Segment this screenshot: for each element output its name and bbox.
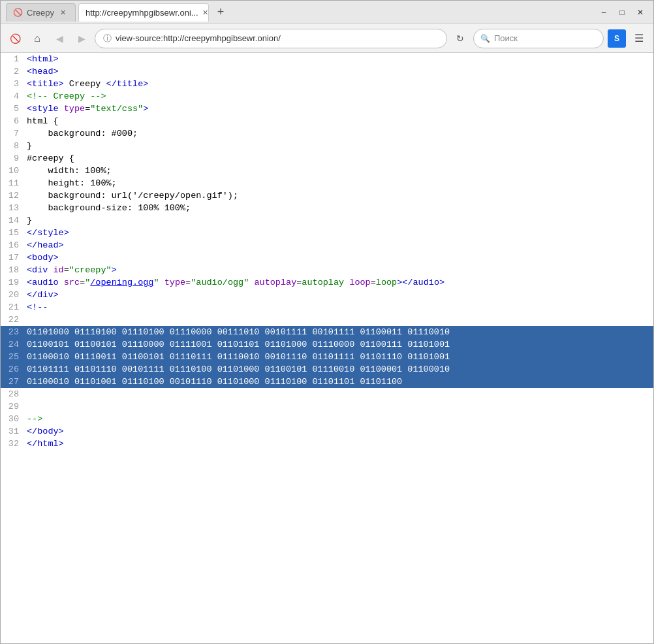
line-content: <div id="creepy"> bbox=[24, 264, 653, 276]
line-content: <!-- bbox=[24, 301, 653, 314]
close-button[interactable]: ✕ bbox=[632, 5, 648, 20]
line-number: 30 bbox=[1, 413, 24, 425]
search-icon: 🔍 bbox=[480, 34, 490, 43]
line-number: 22 bbox=[1, 314, 24, 326]
source-code-area: 1<html>2<head>3<title> Creepy </title>4<… bbox=[1, 53, 653, 643]
search-bar[interactable]: 🔍 Поиск bbox=[473, 29, 604, 48]
table-row: 28 bbox=[1, 388, 653, 400]
line-number: 29 bbox=[1, 400, 24, 413]
line-number: 16 bbox=[1, 239, 24, 251]
table-row: 32</html> bbox=[1, 438, 653, 450]
line-number: 10 bbox=[1, 165, 24, 177]
line-number: 19 bbox=[1, 276, 24, 289]
line-number: 28 bbox=[1, 388, 24, 400]
table-row: 12 background: url('/creepy/open.gif'); bbox=[1, 189, 653, 202]
table-row: 22 bbox=[1, 314, 653, 326]
table-row: 5<style type="text/css"> bbox=[1, 103, 653, 115]
line-number: 9 bbox=[1, 152, 24, 165]
line-content: </style> bbox=[24, 227, 653, 239]
browser-window: 🚫 Creepy ✕ http://creepymhpgibsewr.oni..… bbox=[0, 0, 654, 644]
forward-button[interactable]: ▶ bbox=[72, 29, 91, 48]
table-row: 9#creepy { bbox=[1, 152, 653, 165]
line-content: <html> bbox=[24, 53, 653, 65]
table-row: 20</div> bbox=[1, 289, 653, 301]
tab-source[interactable]: http://creepymhpgibsewr.oni... ✕ bbox=[78, 3, 209, 22]
line-content bbox=[24, 400, 653, 413]
tab-creepy[interactable]: 🚫 Creepy ✕ bbox=[6, 3, 76, 22]
line-number: 5 bbox=[1, 103, 24, 115]
back-button[interactable]: ◀ bbox=[50, 29, 69, 48]
line-content: 01101000 01110100 01110100 01110000 0011… bbox=[24, 326, 653, 338]
nav-bar: 🚫 ⌂ ◀ ▶ ⓘ view-source:http://creepymhpgi… bbox=[1, 24, 653, 53]
line-number: 25 bbox=[1, 351, 24, 363]
table-row: 13 background-size: 100% 100%; bbox=[1, 202, 653, 214]
line-number: 8 bbox=[1, 140, 24, 152]
table-row: 4<!-- Creepy --> bbox=[1, 90, 653, 103]
table-row: 2601101111 01101110 00101111 01110100 01… bbox=[1, 363, 653, 376]
code-table: 1<html>2<head>3<title> Creepy </title>4<… bbox=[1, 53, 653, 450]
tab-title-1: Creepy bbox=[27, 8, 54, 18]
line-content: #creepy { bbox=[24, 152, 653, 165]
line-content: background-size: 100% 100%; bbox=[24, 202, 653, 214]
stop-icon[interactable]: 🚫 bbox=[6, 29, 24, 48]
new-tab-button[interactable]: + bbox=[211, 3, 230, 22]
tab-close-1[interactable]: ✕ bbox=[58, 7, 69, 18]
line-content: 01100101 01100101 01110000 01111001 0110… bbox=[24, 338, 653, 351]
line-content: } bbox=[24, 214, 653, 227]
home-icon[interactable]: ⌂ bbox=[28, 29, 46, 48]
minimize-button[interactable]: – bbox=[596, 5, 612, 20]
tab-bar: 🚫 Creepy ✕ http://creepymhpgibsewr.oni..… bbox=[6, 3, 596, 22]
tab-title-2: http://creepymhpgibsewr.oni... bbox=[86, 8, 198, 18]
search-placeholder: Поиск bbox=[494, 33, 518, 43]
line-content: <style type="text/css"> bbox=[24, 103, 653, 115]
line-number: 4 bbox=[1, 90, 24, 103]
table-row: 30--> bbox=[1, 413, 653, 425]
line-content: </html> bbox=[24, 438, 653, 450]
line-number: 2 bbox=[1, 65, 24, 78]
tab-close-2[interactable]: ✕ bbox=[202, 7, 208, 18]
table-row: 2501100010 01110011 01100101 01110111 01… bbox=[1, 351, 653, 363]
table-row: 2<head> bbox=[1, 65, 653, 78]
title-bar: 🚫 Creepy ✕ http://creepymhpgibsewr.oni..… bbox=[1, 1, 653, 24]
table-row: 14} bbox=[1, 214, 653, 227]
line-number: 23 bbox=[1, 326, 24, 338]
line-content: </body> bbox=[24, 425, 653, 438]
line-content: 01100010 01110011 01100101 01110111 0111… bbox=[24, 351, 653, 363]
line-number: 14 bbox=[1, 214, 24, 227]
table-row: 18<div id="creepy"> bbox=[1, 264, 653, 276]
maximize-button[interactable]: □ bbox=[614, 5, 630, 20]
line-number: 15 bbox=[1, 227, 24, 239]
line-content: background: #000; bbox=[24, 127, 653, 140]
line-content: background: url('/creepy/open.gif'); bbox=[24, 189, 653, 202]
line-content: 01101111 01101110 00101111 01110100 0110… bbox=[24, 363, 653, 376]
line-content: height: 100%; bbox=[24, 177, 653, 189]
line-number: 11 bbox=[1, 177, 24, 189]
line-number: 3 bbox=[1, 78, 24, 90]
table-row: 8} bbox=[1, 140, 653, 152]
line-number: 27 bbox=[1, 376, 24, 388]
browser-brand-icon: S bbox=[608, 29, 626, 48]
table-row: 15</style> bbox=[1, 227, 653, 239]
line-content: <head> bbox=[24, 65, 653, 78]
line-number: 17 bbox=[1, 251, 24, 264]
line-number: 31 bbox=[1, 425, 24, 438]
table-row: 1<html> bbox=[1, 53, 653, 65]
line-content: </div> bbox=[24, 289, 653, 301]
table-row: 11 height: 100%; bbox=[1, 177, 653, 189]
line-content: 01100010 01101001 01110100 00101110 0110… bbox=[24, 376, 653, 388]
menu-button[interactable]: ☰ bbox=[630, 29, 648, 48]
line-number: 7 bbox=[1, 127, 24, 140]
table-row: 2701100010 01101001 01110100 00101110 01… bbox=[1, 376, 653, 388]
line-number: 26 bbox=[1, 363, 24, 376]
table-row: 3<title> Creepy </title> bbox=[1, 78, 653, 90]
table-row: 21<!-- bbox=[1, 301, 653, 314]
tab-favicon: 🚫 bbox=[13, 8, 23, 17]
line-content: <audio src="/opening.ogg" type="audio/og… bbox=[24, 276, 653, 289]
line-content: <body> bbox=[24, 251, 653, 264]
url-bar[interactable]: ⓘ view-source:http://creepymhpgibsewr.on… bbox=[95, 29, 447, 48]
table-row: 17<body> bbox=[1, 251, 653, 264]
line-content bbox=[24, 388, 653, 400]
table-row: 16</head> bbox=[1, 239, 653, 251]
line-content: <!-- Creepy --> bbox=[24, 90, 653, 103]
reload-button[interactable]: ↻ bbox=[451, 29, 469, 48]
